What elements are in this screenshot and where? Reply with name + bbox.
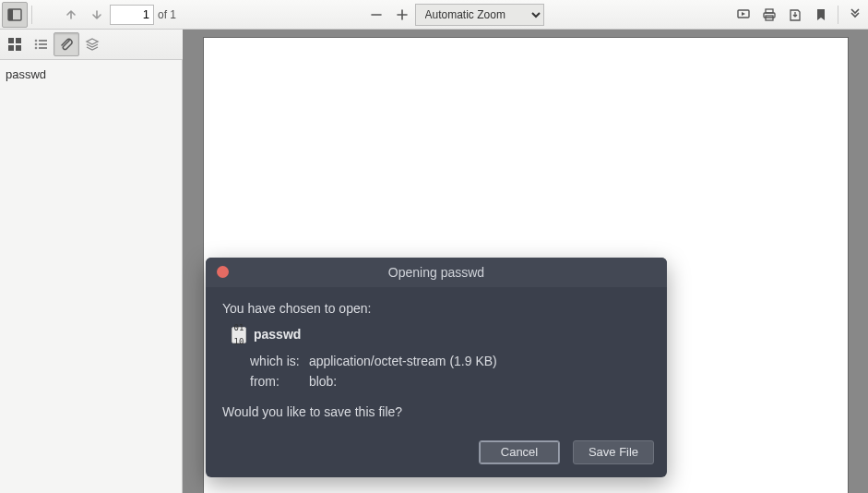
- page-count-label: of 1: [158, 8, 176, 21]
- svg-rect-1: [8, 9, 13, 20]
- dialog-close-button[interactable]: [217, 266, 229, 278]
- svg-rect-6: [8, 38, 14, 43]
- toolbar-separator: [838, 6, 838, 24]
- download-button[interactable]: [782, 2, 808, 28]
- svg-rect-7: [16, 38, 21, 43]
- svg-rect-15: [39, 47, 47, 49]
- binary-file-icon: 0110: [232, 327, 246, 343]
- toolbar-separator: [31, 6, 32, 24]
- bookmark-button[interactable]: [808, 2, 834, 28]
- sidebar-tabs: [0, 30, 183, 60]
- svg-rect-13: [39, 43, 47, 45]
- cancel-button[interactable]: Cancel: [479, 440, 560, 464]
- from-label: from:: [250, 371, 305, 391]
- dialog-file-name: passwd: [254, 324, 301, 344]
- zoom-select[interactable]: Automatic Zoom: [415, 4, 544, 26]
- dialog-actions: Cancel Save File: [206, 435, 667, 477]
- next-page-button[interactable]: [84, 2, 110, 28]
- zoom-in-button[interactable]: [389, 2, 415, 28]
- svg-rect-8: [8, 45, 14, 51]
- from-value: blob:: [309, 374, 337, 389]
- tools-menu-button[interactable]: [842, 2, 868, 28]
- which-is-value: application/octet-stream (1.9 KB): [309, 354, 497, 368]
- print-button[interactable]: [756, 2, 782, 28]
- sidebar-toggle-button[interactable]: [2, 2, 28, 28]
- dialog-which-is: which is: application/octet-stream (1.9 …: [250, 351, 650, 371]
- page-number-input[interactable]: [110, 5, 154, 25]
- svg-rect-11: [39, 40, 47, 42]
- open-file-dialog: Opening passwd You have chosen to open: …: [206, 258, 667, 477]
- presentation-button[interactable]: [731, 2, 756, 28]
- sidebar-attachments-panel: passwd: [0, 60, 183, 493]
- svg-point-10: [35, 40, 38, 42]
- save-file-button[interactable]: Save File: [573, 440, 654, 464]
- svg-point-14: [35, 47, 38, 50]
- zoom-out-button[interactable]: [363, 2, 389, 28]
- attachments-tab[interactable]: [54, 32, 79, 56]
- dialog-from: from: blob:: [250, 371, 650, 391]
- dialog-question: Would you like to save this file?: [222, 402, 650, 422]
- dialog-titlebar: Opening passwd: [206, 258, 667, 287]
- attachment-item[interactable]: passwd: [4, 66, 178, 83]
- prev-page-button[interactable]: [58, 2, 84, 28]
- dialog-file-row: 0110 passwd: [232, 324, 650, 344]
- thumbnails-tab[interactable]: [2, 32, 28, 56]
- dialog-intro-text: You have chosen to open:: [222, 298, 650, 319]
- dialog-body: You have chosen to open: 0110 passwd whi…: [206, 287, 667, 435]
- svg-rect-9: [16, 45, 21, 51]
- outline-tab[interactable]: [28, 32, 54, 56]
- dialog-title: Opening passwd: [206, 265, 667, 280]
- layers-tab[interactable]: [79, 32, 105, 56]
- svg-point-12: [35, 43, 38, 46]
- which-is-label: which is:: [250, 351, 305, 371]
- main-toolbar: of 1 Automatic Zoom: [0, 0, 868, 30]
